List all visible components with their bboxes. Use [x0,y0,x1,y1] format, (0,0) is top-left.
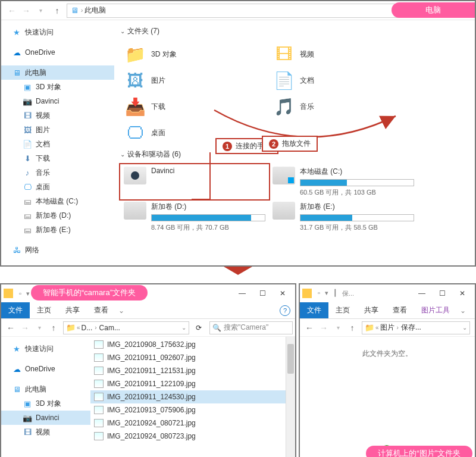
sidebar-quick-access[interactable]: ★快速访问 [1,342,90,356]
scrollbar[interactable] [286,337,295,457]
sidebar-network[interactable]: 🖧网络 [1,243,114,257]
recent-dropdown[interactable]: ▾ [33,4,48,18]
folder-videos[interactable]: 🎞视频 [269,41,418,67]
file-row[interactable]: IMG_20210913_075906.jpg [90,403,286,417]
sidebar-item-docs[interactable]: 📄文档 [1,137,114,151]
sidebar-onedrive[interactable]: ☁OneDrive [1,362,90,376]
minimize-button[interactable]: — [232,287,252,300]
drive-d[interactable]: 新加卷 (D:)8.74 GB 可用，共 70.7 GB [120,199,269,234]
up-button[interactable]: ↑ [50,4,64,18]
tab-share[interactable]: 共享 [357,302,386,318]
film-icon: 🎞 [23,427,32,437]
chevron-down-icon: ⌄ [120,28,125,35]
disk-icon [273,202,295,220]
sidebar: ★快速访问 ☁OneDrive 🖥此电脑 ▣3D 对象 📷Davinci 🎞视频… [1,20,114,265]
sidebar-item-c[interactable]: 🖴本地磁盘 (C:) [1,194,114,208]
camera-device-icon [124,167,146,184]
sidebar-item-desktop[interactable]: 🖵桌面 [1,180,114,194]
address-bar[interactable]: 📁 « D... › Cam... ⌄ [63,321,189,334]
section-folders-header[interactable]: ⌄文件夹 (7) [120,26,469,36]
help-button[interactable]: ? [280,305,290,316]
drive-e[interactable]: 新加卷 (E:)31.7 GB 可用，共 58.5 GB [269,199,418,234]
chevron-down-icon[interactable]: ⌄ [181,324,186,331]
image-thumb-icon [94,419,104,427]
file-row[interactable]: IMG_20210911_092607.jpg [90,351,286,364]
qat-icon[interactable]: ▾ [325,289,328,298]
folder-3d[interactable]: 📁3D 对象 [120,41,269,67]
recent-dropdown[interactable]: ▾ [32,321,46,335]
sidebar-item-pictures[interactable]: 🖼图片 [1,123,114,137]
folder-music[interactable]: 🎵音乐 [269,93,418,120]
maximize-button[interactable]: ☐ [432,287,452,300]
forward-button[interactable]: → [18,321,32,335]
callout-line [209,152,211,200]
search-input[interactable]: 🔍搜索"Camera" [209,321,293,334]
up-button[interactable]: ↑ [345,321,359,335]
drive-davinci[interactable]: Davinci [120,164,269,199]
scrollbar-thumb[interactable] [287,344,294,374]
tab-picture-tools[interactable]: 图片工具 [414,302,457,318]
callout-line [192,199,211,200]
tab-share[interactable]: 共享 [58,302,87,318]
maximize-button[interactable]: ☐ [252,287,273,300]
tab-file[interactable]: 文件 [1,302,30,318]
ribbon-tabs: 文件 主页 共享 查看 图片工具 ⌄ [300,302,475,319]
close-button[interactable]: ✕ [273,287,293,300]
disk-icon: 🖴 [23,196,32,206]
file-row[interactable]: IMG_20210908_175632.jpg [90,338,286,351]
folder-documents[interactable]: 📄文档 [269,67,418,93]
navbar: ← → ▾ ↑ 📁 « D... › Cam... ⌄ ⟳ 🔍搜索"Camera… [1,319,295,337]
sidebar-item-downloads[interactable]: ⬇下载 [1,151,114,165]
pc-icon: 🖥 [70,6,79,15]
tab-file[interactable]: 文件 [300,302,328,318]
tab-view[interactable]: 查看 [87,302,115,318]
tab-home[interactable]: 主页 [30,302,58,318]
sidebar-item-video[interactable]: 🎞视频 [1,108,114,123]
address-bar[interactable]: 📁 « 图片 › 保存... ⌄ [362,321,470,334]
file-row-selected[interactable]: IMG_20210911_124530.jpg [90,390,286,403]
file-row[interactable]: IMG_20210911_122109.jpg [90,377,286,390]
sidebar-this-pc[interactable]: 🖥此电脑 [1,382,90,396]
forward-button[interactable]: → [19,4,33,18]
qat-icon[interactable]: ▫ [318,289,320,298]
sidebar-quick-access[interactable]: ★快速访问 [1,25,114,39]
close-button[interactable]: ✕ [452,287,472,300]
file-row[interactable]: IMG_20210911_121531.jpg [90,364,286,377]
qat-icon[interactable]: ▫ [19,290,21,298]
download-icon: 📥 [124,95,146,118]
breadcrumb-current[interactable]: 此电脑 [84,5,106,15]
refresh-button[interactable]: ⟳ [192,321,206,335]
folder-downloads[interactable]: 📥下载 [120,93,269,120]
drive-c[interactable]: 本地磁盘 (C:)60.5 GB 可用，共 103 GB [269,164,418,199]
file-list[interactable]: IMG_20210908_175632.jpg IMG_20210911_092… [90,337,286,457]
chevron-down-icon[interactable]: ⌄ [462,324,467,331]
ribbon-expand[interactable]: ⌄ [457,302,469,318]
back-button[interactable]: ← [4,321,18,335]
cube-icon: ▣ [23,399,32,408]
forward-button[interactable]: → [317,321,331,335]
file-row[interactable]: IMG_20210924_080721.jpg [90,417,286,430]
minimize-button[interactable]: — [412,287,432,300]
sidebar-item-davinci[interactable]: 📷Davinci [1,411,90,425]
sidebar-item-davinci[interactable]: 📷Davinci [1,94,114,108]
file-row[interactable]: IMG_20210924_080723.jpg [90,430,286,443]
tab-home[interactable]: 主页 [328,302,357,318]
ribbon-expand[interactable]: ⌄ [115,302,127,318]
folder-icon: 📁 [124,43,146,65]
sidebar-item-d[interactable]: 🖴新加卷 (D:) [1,208,114,223]
sidebar-item-3d[interactable]: ▣3D 对象 [1,80,114,94]
up-button[interactable]: ↑ [46,321,61,335]
star-icon: ★ [12,27,21,37]
sidebar-item-music[interactable]: ♪音乐 [1,165,114,180]
back-button[interactable]: ← [302,321,317,335]
folder-pictures[interactable]: 🖼图片 [120,67,269,93]
back-button[interactable]: ← [5,4,19,18]
recent-dropdown[interactable]: ▾ [331,321,345,335]
sidebar-item-video[interactable]: 🎞视频 [1,425,90,439]
sidebar-item-3d[interactable]: ▣3D 对象 [1,396,90,411]
sidebar-onedrive[interactable]: ☁OneDrive [1,45,114,60]
tab-view[interactable]: 查看 [386,302,414,318]
sidebar-this-pc[interactable]: 🖥此电脑 [1,65,114,80]
qat-icon[interactable]: ▾ [26,290,30,298]
sidebar-item-e[interactable]: 🖴新加卷 (E:) [1,223,114,237]
